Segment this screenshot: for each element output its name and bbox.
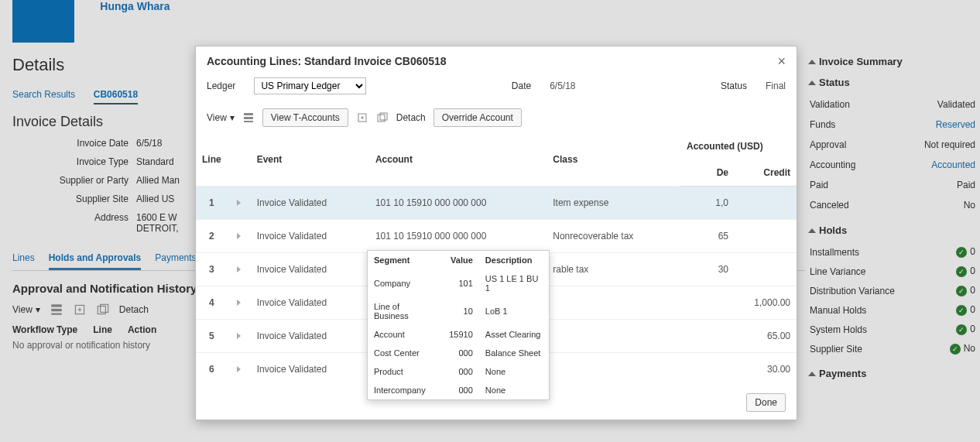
tooltip-row: Intercompany000None [368,381,549,399]
status-value: Validated [937,99,975,110]
view-t-accounts-button[interactable]: View T-Accounts [262,108,348,127]
status-row: CanceledNo [810,195,975,215]
status-row: AccountingAccounted [810,155,975,175]
cell-account: 101 10 15910 000 000 000 [369,187,547,220]
col-class: Class [547,133,680,187]
tooltip-segment: Intercompany [368,381,440,399]
cell-credit [735,187,797,220]
table-view-menu[interactable]: View ▾ [207,112,235,123]
expand-row-icon[interactable] [228,253,251,286]
col-workflow-type: Workflow Type [12,324,77,335]
expand-row-icon[interactable] [228,220,251,253]
breadcrumb-search-results[interactable]: Search Results [12,89,75,100]
format-icon[interactable] [242,111,255,124]
account-segment-tooltip: Segment Value Description Company101US 1… [367,250,550,400]
cell-credit [735,253,797,286]
tab-holds-approvals[interactable]: Holds and Approvals [49,248,142,270]
hold-label: Line Variance [810,266,866,277]
supplier-label: Supplier or Party [12,175,136,186]
export-icon[interactable] [356,111,368,124]
tooltip-segment: Cost Center [368,344,440,362]
payments-section-title: Payments [819,368,866,379]
status-row: ValidationValidated [810,94,975,115]
tab-lines[interactable]: Lines [12,248,35,270]
check-icon: ✓ [950,344,961,355]
supplier-logo [12,0,74,43]
svg-rect-10 [378,115,385,122]
collapse-icon[interactable] [808,372,816,376]
tooltip-segment: Company [368,269,440,297]
status-value[interactable]: Accounted [931,159,975,170]
history-detach-icon[interactable] [96,303,110,317]
status-row: PaidPaid [810,175,975,195]
col-action: Action [128,324,156,335]
detach-icon[interactable] [376,111,389,124]
invoice-type-value: Standard [136,156,174,167]
cell-credit: 65.00 [735,320,797,353]
done-button[interactable]: Done [746,393,786,412]
line-number: 1 [196,187,228,220]
cell-debit [680,320,735,353]
hold-value: ✓0 [956,266,975,277]
detach-label[interactable]: Detach [396,112,426,123]
cell-credit [735,220,797,253]
svg-rect-4 [98,307,105,314]
table-row[interactable]: 1Invoice Validated101 10 15910 000 000 0… [196,187,797,220]
tooltip-col-segment: Segment [368,251,440,269]
cell-event: Invoice Validated [251,187,369,220]
holds-section-title: Holds [819,224,847,236]
invoice-type-label: Invoice Type [12,156,136,167]
status-label: Accounting [810,159,855,170]
col-accounted-group: Accounted (USD) [680,133,797,159]
tooltip-desc: US 1 LE 1 BU 1 [479,269,549,297]
cell-debit: 65 [680,220,735,253]
supplier-site-label: Supplier Site [12,194,136,204]
hold-value: ✓0 [956,285,975,296]
cell-account: 101 10 15910 000 000 000 [369,220,547,253]
tooltip-value: 15910 [440,325,479,344]
hold-value: ✓0 [956,324,975,335]
history-format-icon[interactable] [50,303,63,317]
hold-label: Supplier Site [810,344,862,355]
status-value[interactable]: Reserved [936,119,975,130]
history-view-menu[interactable]: View▾ [12,304,40,315]
status-label: Status [721,81,747,91]
ledger-select[interactable]: US Primary Ledger [254,77,366,94]
table-row[interactable]: 2Invoice Validated101 10 15910 000 000 0… [196,220,797,253]
expand-row-icon[interactable] [228,286,251,320]
cell-debit: 1,0 [680,187,735,220]
close-icon[interactable]: × [777,54,786,68]
tooltip-desc: None [479,362,549,381]
expand-row-icon[interactable] [228,353,251,386]
svg-rect-6 [244,113,253,115]
invoice-summary-panel: Invoice Summary Status ValidationValidat… [805,46,980,385]
supplier-site-value: Allied US [136,194,174,204]
tooltip-row: Cost Center000Balance Sheet [368,344,549,362]
override-account-button[interactable]: Override Account [433,108,522,127]
cell-debit [680,286,735,320]
expand-row-icon[interactable] [228,320,251,353]
breadcrumb-invoice[interactable]: CB060518 [94,89,138,105]
history-export-icon[interactable] [73,303,87,317]
cell-credit: 30.00 [735,353,797,386]
history-detach-label[interactable]: Detach [119,304,149,315]
tooltip-value: 000 [440,344,479,362]
address-label: Address [12,212,136,234]
hold-value: ✓No [950,343,975,355]
check-icon: ✓ [956,305,967,316]
collapse-icon[interactable] [808,81,816,85]
status-row: FundsReserved [810,115,975,135]
check-icon: ✓ [956,286,967,296]
supplier-name: Hunga Whara [100,0,170,12]
collapse-icon[interactable] [808,228,816,233]
col-line: Line [196,133,228,187]
line-number: 3 [196,253,228,286]
expand-row-icon[interactable] [228,187,251,220]
cell-credit: 1,000.00 [735,286,797,320]
hold-label: Manual Holds [810,305,866,316]
invoice-date-label: Invoice Date [12,138,136,149]
tab-payments[interactable]: Payments [155,248,196,270]
tooltip-col-value: Value [440,251,479,269]
collapse-icon[interactable] [808,60,816,64]
tooltip-value: 000 [440,362,479,381]
